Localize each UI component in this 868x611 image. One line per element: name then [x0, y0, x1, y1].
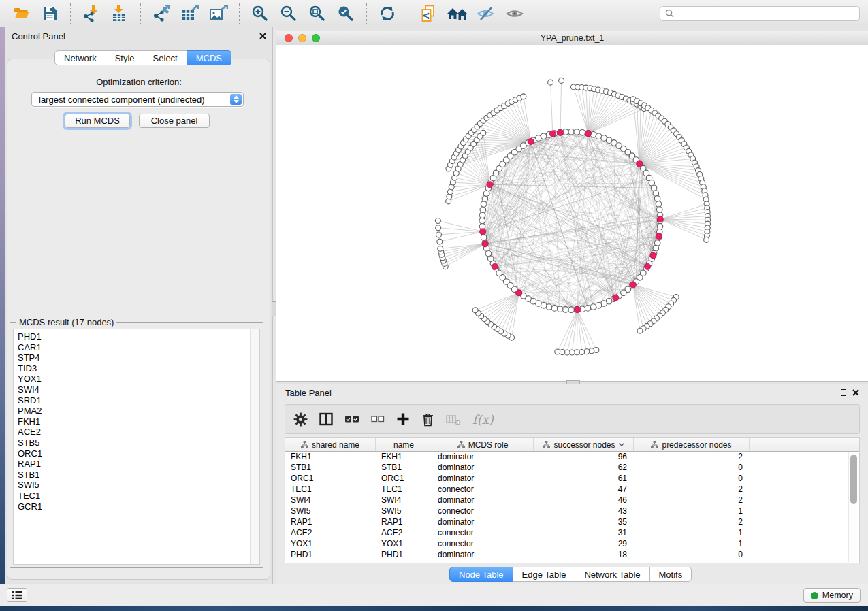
run-mcds-button[interactable]: Run MCDS [65, 114, 130, 128]
namespace-icon [457, 441, 465, 448]
mcds-result-item[interactable]: STP4 [14, 352, 259, 363]
list-scrollbar-track[interactable] [250, 329, 259, 564]
cell-mcds-role: connector [432, 539, 534, 550]
tab-mcds[interactable]: MCDS [187, 50, 231, 65]
zoom-selected-button[interactable] [333, 3, 359, 24]
table-settings-button[interactable] [293, 409, 308, 429]
mcds-result-item[interactable]: PMA2 [14, 406, 259, 416]
export-image-button[interactable] [206, 3, 231, 24]
mcds-result-item[interactable]: TEC1 [14, 491, 259, 501]
mcds-result-item[interactable]: CAR1 [14, 342, 259, 353]
mcds-result-item[interactable]: SWI5 [14, 480, 259, 491]
column-header-predecessor-nodes[interactable]: predecessor nodes [634, 438, 750, 451]
clone-network-button[interactable] [416, 3, 442, 24]
table-scrollbar-track[interactable] [848, 452, 858, 562]
cell-predecessor-nodes: 2 [634, 495, 750, 506]
mcds-result-item[interactable]: RAP1 [14, 459, 259, 469]
criterion-dropdown[interactable]: largest connected component (undirected) [31, 92, 244, 107]
first-neighbors-button[interactable] [445, 3, 470, 24]
mcds-result-item[interactable]: SRD1 [14, 395, 259, 406]
cell-mcds-role: connector [432, 506, 534, 517]
table-row-swi4[interactable]: SWI4SWI4dominator462 [285, 495, 859, 506]
table-row-stb1[interactable]: STB1STB1dominator620 [285, 463, 859, 474]
export-table-button[interactable] [177, 3, 203, 24]
float-panel-icon[interactable] [248, 33, 253, 39]
delete-row-button[interactable] [421, 409, 434, 429]
import-table-icon [111, 5, 129, 22]
mcds-result-item[interactable]: GCR1 [14, 501, 259, 512]
table-row-orc1[interactable]: ORC1ORC1dominator610 [285, 474, 859, 484]
memory-button[interactable]: Memory [803, 588, 861, 603]
search-input[interactable] [677, 8, 854, 19]
network-view-window: YPA_prune.txt_1 [276, 27, 868, 381]
table-row-swi5[interactable]: SWI5SWI5connector431 [285, 506, 859, 517]
zoom-in-button[interactable] [247, 3, 273, 24]
first-neighbors-icon [447, 5, 468, 22]
minimize-traffic-light[interactable] [298, 34, 306, 42]
close-panel-icon[interactable] [259, 33, 266, 39]
show-columns-button[interactable] [319, 409, 333, 429]
column-header-successor-nodes[interactable]: successor nodes [534, 438, 634, 451]
mcds-result-item[interactable]: STB1 [14, 469, 259, 480]
table-row-yox1[interactable]: YOX1YOX1connector291 [285, 539, 859, 550]
mcds-result-item[interactable]: TID3 [14, 363, 259, 374]
mcds-result-item[interactable]: YOX1 [14, 374, 259, 384]
network-canvas[interactable] [276, 45, 868, 381]
search-box [660, 6, 860, 21]
cell-mcds-role: dominator [432, 517, 534, 528]
refresh-button[interactable] [374, 3, 400, 24]
import-network-button[interactable] [78, 3, 104, 24]
show-all-button[interactable] [502, 3, 528, 24]
network-window-titlebar[interactable]: YPA_prune.txt_1 [276, 31, 868, 46]
mcds-result-item[interactable]: SWI4 [14, 384, 259, 395]
tab-node-table[interactable]: Node Table [449, 567, 513, 582]
column-header-name[interactable]: name [376, 438, 432, 451]
zoom-fit-button[interactable] [304, 3, 330, 24]
column-header-mcds-role[interactable]: MCDS role [432, 438, 534, 451]
deselect-all-button[interactable] [371, 409, 385, 429]
close-x-icon [852, 389, 859, 396]
open-session-button[interactable] [8, 3, 34, 24]
hide-selected-button[interactable] [473, 3, 499, 24]
mcds-result-item[interactable]: FKH1 [14, 416, 259, 427]
tab-motifs[interactable]: Motifs [650, 567, 692, 582]
mcds-result-groupbox: MCDS result (17 nodes) PHD1CAR1STP4TID3Y… [10, 322, 263, 568]
zoom-out-button[interactable] [276, 3, 302, 24]
float-panel-icon[interactable] [841, 389, 846, 396]
network-graph[interactable] [276, 45, 868, 381]
show-panel-list-button[interactable] [7, 588, 27, 602]
function-builder-button[interactable]: f(x) [472, 409, 494, 429]
table-row-phd1[interactable]: PHD1PHD1dominator180 [285, 550, 859, 561]
mcds-result-item[interactable]: STB5 [14, 437, 259, 448]
tab-select[interactable]: Select [144, 50, 187, 65]
table-row-tec1[interactable]: TEC1TEC1connector472 [285, 484, 859, 495]
namespace-icon [543, 441, 550, 448]
cell-mcds-role: dominator [432, 452, 534, 463]
table-row-rap1[interactable]: RAP1RAP1dominator352 [285, 517, 859, 528]
delete-table-button[interactable] [446, 409, 461, 429]
close-traffic-light[interactable] [285, 34, 293, 42]
close-panel-button[interactable]: Close panel [139, 114, 210, 128]
import-table-button[interactable] [107, 3, 133, 24]
toolbar-separator [366, 3, 367, 24]
export-image-icon [209, 5, 228, 22]
tab-network[interactable]: Network [54, 50, 106, 65]
close-panel-icon[interactable] [852, 389, 859, 396]
tab-edge-table[interactable]: Edge Table [513, 567, 576, 582]
table-row-ace2[interactable]: ACE2ACE2connector311 [285, 528, 859, 539]
table-row-fkh1[interactable]: FKH1FKH1dominator962 [285, 452, 859, 463]
add-row-button[interactable] [396, 409, 410, 429]
maximize-traffic-light[interactable] [312, 34, 320, 42]
select-all-button[interactable] [344, 409, 359, 429]
export-network-button[interactable] [148, 3, 174, 24]
column-header-shared-name[interactable]: shared name [285, 438, 376, 451]
cell-successor-nodes: 46 [534, 495, 634, 506]
namespace-icon [651, 441, 658, 448]
tab-style[interactable]: Style [106, 50, 144, 65]
tab-network-table[interactable]: Network Table [575, 567, 649, 582]
mcds-result-item[interactable]: ACE2 [14, 427, 259, 437]
mcds-result-item[interactable]: ORC1 [14, 448, 259, 459]
mcds-result-item[interactable]: PHD1 [14, 331, 259, 342]
table-scrollbar-thumb[interactable] [850, 455, 857, 504]
save-session-button[interactable] [37, 3, 63, 24]
